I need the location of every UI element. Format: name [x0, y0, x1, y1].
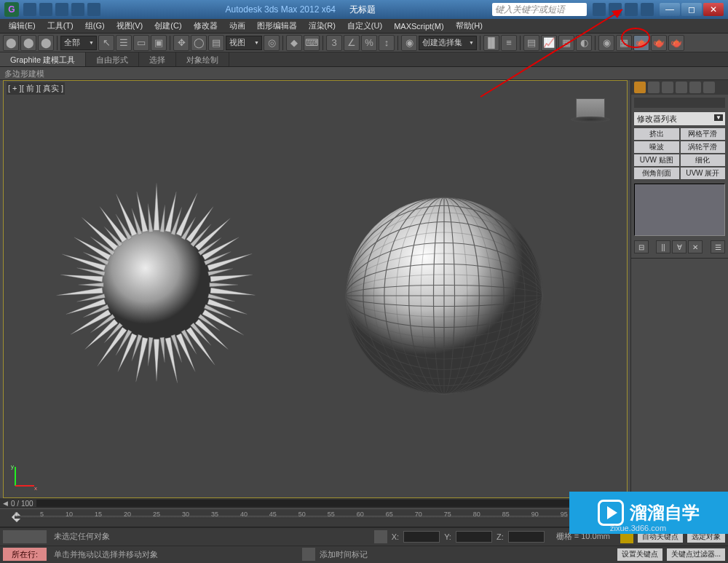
tiled-sphere-object[interactable]	[339, 190, 550, 401]
make-unique-icon[interactable]: ∀	[672, 240, 687, 253]
select-icon[interactable]: ↖	[98, 35, 114, 51]
ribbon-tab-selection[interactable]: 选择	[139, 52, 176, 66]
tab-display-icon[interactable]	[689, 82, 701, 93]
link-icon[interactable]: ⬤	[3, 35, 19, 51]
mirror-icon[interactable]: ▐▌	[483, 35, 499, 51]
mod-uvwunwrap[interactable]: UVW 展开	[681, 168, 726, 179]
coord-z-input[interactable]	[508, 531, 545, 543]
spiky-sphere-object[interactable]	[55, 183, 258, 387]
menu-edit[interactable]: 编辑(E)	[3, 19, 41, 33]
object-color-swatch[interactable]	[634, 98, 725, 108]
close-button[interactable]: ✕	[703, 3, 724, 16]
menu-views[interactable]: 视图(V)	[111, 19, 149, 33]
search-icon[interactable]	[593, 3, 606, 16]
tab-create-icon[interactable]	[634, 82, 646, 93]
window-crossing-icon[interactable]: ▣	[151, 35, 167, 51]
snap-icon[interactable]: 3	[326, 35, 342, 51]
render-last-icon[interactable]: 🫖	[651, 35, 667, 51]
editnamed-icon[interactable]: ◉	[401, 35, 417, 51]
percent-snap-icon[interactable]: %	[361, 35, 377, 51]
help-search-input[interactable]: 键入关键字或短语	[492, 3, 587, 16]
menu-group[interactable]: 组(G)	[79, 19, 111, 33]
mod-turbosmooth[interactable]: 涡轮平滑	[681, 141, 726, 153]
menu-maxscript[interactable]: MAXScript(M)	[388, 20, 449, 32]
mod-bevelprofile[interactable]: 倒角剖面	[634, 168, 679, 179]
move-icon[interactable]: ✥	[173, 35, 189, 51]
coord-y-input[interactable]	[456, 531, 492, 543]
viewport-label[interactable]: [ + ][ 前 ][ 真实 ]	[7, 82, 65, 95]
coord-x-input[interactable]	[403, 531, 440, 543]
tab-modify-icon[interactable]	[648, 82, 660, 93]
show-end-result-icon[interactable]: ||	[656, 240, 670, 253]
qat-new-icon[interactable]	[23, 3, 36, 16]
pin-stack-icon[interactable]: ⊟	[634, 240, 649, 253]
layers-icon[interactable]: ▤	[523, 35, 539, 51]
add-time-tag[interactable]: 添加时间标记	[320, 549, 368, 560]
qat-open-icon[interactable]	[39, 3, 52, 16]
mod-meshsmooth[interactable]: 网格平滑	[681, 128, 726, 140]
menu-create[interactable]: 创建(C)	[149, 19, 187, 33]
setkey-button[interactable]: 设置关键点	[617, 548, 662, 561]
render-icon[interactable]: 🫖	[633, 35, 649, 51]
menu-grapheditors[interactable]: 图形编辑器	[251, 19, 303, 33]
schematic-icon[interactable]: ▦	[558, 35, 574, 51]
named-selset-dropdown[interactable]: 创建选择集	[419, 36, 477, 50]
align-icon[interactable]: ≡	[501, 35, 517, 51]
maxscript-mini-toggle[interactable]	[3, 530, 47, 543]
doc-name: 无标题	[349, 4, 376, 15]
tab-utilities-icon[interactable]	[703, 82, 715, 93]
menu-tools[interactable]: 工具(T)	[41, 19, 79, 33]
spinner-snap-icon[interactable]: ↕	[379, 35, 395, 51]
render-frame-icon[interactable]: ▦	[616, 35, 632, 51]
axis-gizmo[interactable]: y x	[9, 462, 39, 492]
menu-help[interactable]: 帮助(H)	[450, 19, 488, 33]
maximize-button[interactable]: ◻	[681, 3, 702, 16]
qat-redo-icon[interactable]	[87, 3, 100, 16]
help-icon[interactable]	[641, 3, 654, 16]
qat-undo-icon[interactable]	[71, 3, 84, 16]
tab-hierarchy-icon[interactable]	[662, 82, 673, 93]
pivot-icon[interactable]: ◎	[264, 35, 280, 51]
unlink-icon[interactable]: ⬤	[20, 35, 36, 51]
curve-editor-icon[interactable]: 📈	[541, 35, 557, 51]
viewport[interactable]: [ + ][ 前 ][ 真实 ]	[3, 80, 628, 498]
render-setup-icon[interactable]: ◉	[598, 35, 614, 51]
mod-extrude[interactable]: 挤出	[634, 128, 679, 140]
ribbon-tab-graphite[interactable]: Graphite 建模工具	[0, 52, 86, 66]
ribbon-tab-freeform[interactable]: 自由形式	[86, 52, 139, 66]
modifier-stack[interactable]	[634, 184, 725, 236]
angle-snap-icon[interactable]: ∠	[344, 35, 360, 51]
time-tag-icon[interactable]	[302, 548, 315, 561]
select-name-icon[interactable]: ☰	[116, 35, 132, 51]
material-editor-icon[interactable]: ◐	[576, 35, 592, 51]
manipulate-icon[interactable]: ◆	[286, 35, 302, 51]
menu-animation[interactable]: 动画	[223, 19, 251, 33]
mod-uvwmap[interactable]: UVW 贴图	[634, 154, 679, 166]
selection-lock-icon[interactable]	[374, 530, 387, 543]
menu-modifiers[interactable]: 修改器	[188, 19, 223, 33]
menu-customize[interactable]: 自定义(U)	[341, 19, 388, 33]
app-logo[interactable]: G	[4, 2, 19, 17]
bind-icon[interactable]: ⬤	[38, 35, 54, 51]
minimize-button[interactable]: —	[660, 3, 680, 16]
mod-noise[interactable]: 噪波	[634, 141, 679, 153]
configure-sets-icon[interactable]: ☰	[711, 240, 725, 253]
teapot-icon[interactable]: 🫖	[668, 35, 684, 51]
keyboard-icon[interactable]: ⌨	[304, 35, 320, 51]
star-icon[interactable]	[625, 3, 638, 16]
viewcube[interactable]	[576, 98, 605, 119]
tab-motion-icon[interactable]	[676, 82, 687, 93]
remove-modifier-icon[interactable]: ✕	[688, 240, 703, 253]
selection-filter-dropdown[interactable]: 全部	[60, 36, 97, 50]
refcoord-dropdown[interactable]: 视图	[226, 36, 262, 50]
mod-tessellate[interactable]: 细化	[681, 154, 726, 166]
qat-save-icon[interactable]	[55, 3, 68, 16]
modifier-list-dropdown[interactable]: 修改器列表	[634, 112, 725, 125]
select-region-icon[interactable]: ▭	[133, 35, 149, 51]
key-filter-button[interactable]: 关键点过滤器...	[667, 548, 725, 561]
infocenter-icon[interactable]	[609, 3, 622, 16]
scale-icon[interactable]: ▤	[208, 35, 224, 51]
ribbon-tab-objectpaint[interactable]: 对象绘制	[176, 52, 229, 66]
rotate-icon[interactable]: ◯	[191, 35, 207, 51]
menu-rendering[interactable]: 渲染(R)	[303, 19, 341, 33]
